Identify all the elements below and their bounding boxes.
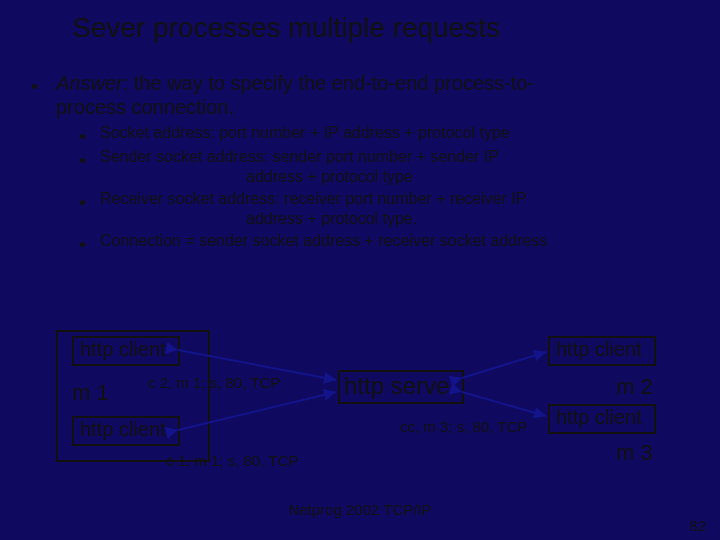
bullet-dot	[80, 158, 85, 163]
label-client-tr: http client	[556, 338, 642, 361]
sub-c2: address + protocol type.	[246, 210, 417, 228]
slide-title: Sever processes multiple requests	[72, 12, 500, 44]
conn-label-3: cc, m 3; s, 80, TCP	[400, 418, 527, 435]
label-server: http server	[344, 372, 457, 400]
svg-line-3	[462, 392, 546, 416]
bullet-dot	[80, 200, 85, 205]
page-number: 82	[689, 517, 706, 534]
label-client-bl: http client	[80, 418, 166, 441]
sub-d: Connection = sender socket address + rec…	[100, 232, 547, 250]
label-client-tl: http client	[80, 338, 166, 361]
bullet-dot	[80, 242, 85, 247]
label-m2: m 2	[616, 374, 653, 400]
label-m1: m 1	[72, 380, 109, 406]
bullet-dot	[32, 84, 37, 89]
footer-text: Netprog 2002 TCP/IP	[0, 501, 720, 518]
conn-label-1: c 2, m 1; s, 80, TCP	[148, 374, 280, 391]
sub-b2: address + protocol type	[246, 168, 413, 186]
label-client-br: http client	[556, 406, 642, 429]
answer-line2: process connection.	[56, 96, 234, 119]
sub-a: Socket address: port number + IP address…	[100, 124, 510, 142]
bullet-dot	[80, 134, 85, 139]
answer-line1: Answer: the way to specify the end-to-en…	[56, 72, 534, 95]
answer-rest: : the way to specify the end-to-end proc…	[123, 72, 534, 94]
label-m3: m 3	[616, 440, 653, 466]
answer-lead: Answer	[56, 72, 123, 94]
svg-line-2	[462, 352, 546, 378]
sub-c1: Receiver socket address: receiver port n…	[100, 190, 526, 208]
conn-label-2: c 1, m 1; s, 80, TCP	[166, 452, 298, 469]
sub-b1: Sender socket address: sender port numbe…	[100, 148, 499, 166]
